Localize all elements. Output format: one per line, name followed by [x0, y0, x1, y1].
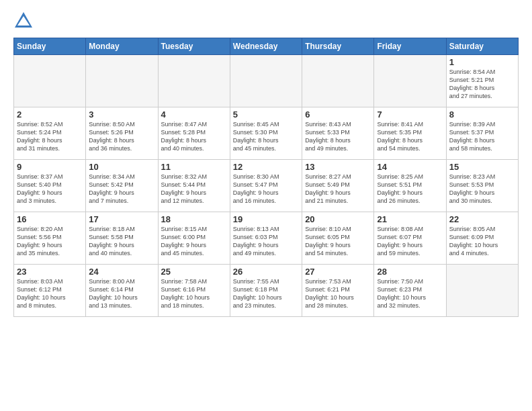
day-info: Sunrise: 8:34 AM Sunset: 5:42 PM Dayligh…	[89, 173, 154, 205]
day-number: 11	[161, 162, 227, 172]
calendar-week-row: 23Sunrise: 8:03 AM Sunset: 6:12 PM Dayli…	[14, 265, 519, 317]
day-number: 25	[161, 267, 227, 277]
calendar-cell: 21Sunrise: 8:08 AM Sunset: 6:07 PM Dayli…	[374, 212, 446, 265]
day-number: 2	[17, 109, 83, 120]
calendar-cell: 14Sunrise: 8:25 AM Sunset: 5:51 PM Dayli…	[374, 160, 446, 212]
day-number: 1	[449, 57, 515, 67]
calendar-cell: 28Sunrise: 7:50 AM Sunset: 6:23 PM Dayli…	[374, 265, 446, 317]
calendar-week-row: 1Sunrise: 8:54 AM Sunset: 5:21 PM Daylig…	[14, 55, 519, 107]
calendar-cell: 1Sunrise: 8:54 AM Sunset: 5:21 PM Daylig…	[446, 55, 518, 107]
calendar-cell	[446, 265, 518, 317]
day-info: Sunrise: 8:13 AM Sunset: 6:03 PM Dayligh…	[233, 225, 299, 258]
day-number: 4	[161, 109, 227, 120]
day-number: 10	[89, 162, 154, 172]
day-number: 20	[305, 214, 371, 224]
day-info: Sunrise: 8:45 AM Sunset: 5:30 PM Dayligh…	[233, 120, 299, 153]
day-info: Sunrise: 8:05 AM Sunset: 6:09 PM Dayligh…	[449, 225, 515, 258]
day-number: 14	[377, 162, 443, 172]
day-info: Sunrise: 8:03 AM Sunset: 6:12 PM Dayligh…	[17, 277, 83, 310]
day-info: Sunrise: 8:30 AM Sunset: 5:47 PM Dayligh…	[233, 173, 299, 205]
calendar-day-header: Tuesday	[158, 38, 230, 55]
day-number: 9	[17, 162, 83, 172]
day-number: 19	[233, 214, 299, 224]
day-number: 22	[449, 214, 515, 224]
calendar-cell: 23Sunrise: 8:03 AM Sunset: 6:12 PM Dayli…	[14, 265, 86, 317]
day-info: Sunrise: 8:25 AM Sunset: 5:51 PM Dayligh…	[377, 173, 443, 205]
calendar-cell	[302, 55, 374, 107]
calendar-cell: 11Sunrise: 8:32 AM Sunset: 5:44 PM Dayli…	[158, 160, 230, 212]
calendar-day-header: Friday	[374, 38, 446, 55]
calendar-cell	[14, 55, 86, 107]
day-info: Sunrise: 7:55 AM Sunset: 6:18 PM Dayligh…	[233, 277, 299, 310]
calendar-cell	[158, 55, 230, 107]
day-info: Sunrise: 7:58 AM Sunset: 6:16 PM Dayligh…	[161, 277, 227, 310]
day-number: 3	[89, 109, 154, 120]
calendar-cell: 15Sunrise: 8:23 AM Sunset: 5:53 PM Dayli…	[446, 160, 518, 212]
calendar-cell: 16Sunrise: 8:20 AM Sunset: 5:56 PM Dayli…	[14, 212, 86, 265]
day-number: 16	[17, 214, 83, 224]
day-info: Sunrise: 8:27 AM Sunset: 5:49 PM Dayligh…	[305, 173, 371, 205]
calendar-header-row: SundayMondayTuesdayWednesdayThursdayFrid…	[14, 38, 519, 55]
calendar-cell: 18Sunrise: 8:15 AM Sunset: 6:00 PM Dayli…	[158, 212, 230, 265]
day-info: Sunrise: 8:43 AM Sunset: 5:33 PM Dayligh…	[305, 120, 371, 153]
day-info: Sunrise: 8:52 AM Sunset: 5:24 PM Dayligh…	[17, 120, 83, 153]
day-info: Sunrise: 8:15 AM Sunset: 6:00 PM Dayligh…	[161, 225, 227, 258]
calendar-cell: 6Sunrise: 8:43 AM Sunset: 5:33 PM Daylig…	[302, 107, 374, 160]
day-info: Sunrise: 8:41 AM Sunset: 5:35 PM Dayligh…	[377, 120, 443, 153]
day-number: 18	[161, 214, 227, 224]
day-number: 5	[233, 109, 299, 120]
calendar-week-row: 16Sunrise: 8:20 AM Sunset: 5:56 PM Dayli…	[14, 212, 519, 265]
day-info: Sunrise: 8:50 AM Sunset: 5:26 PM Dayligh…	[89, 120, 154, 153]
day-number: 7	[377, 109, 443, 120]
calendar-cell: 17Sunrise: 8:18 AM Sunset: 5:58 PM Dayli…	[86, 212, 158, 265]
day-number: 21	[377, 214, 443, 224]
day-info: Sunrise: 8:20 AM Sunset: 5:56 PM Dayligh…	[17, 225, 83, 258]
day-number: 12	[233, 162, 299, 172]
day-info: Sunrise: 8:39 AM Sunset: 5:37 PM Dayligh…	[449, 120, 515, 153]
day-number: 24	[89, 267, 154, 277]
day-info: Sunrise: 8:54 AM Sunset: 5:21 PM Dayligh…	[449, 68, 515, 101]
calendar-cell: 4Sunrise: 8:47 AM Sunset: 5:28 PM Daylig…	[158, 107, 230, 160]
day-info: Sunrise: 8:32 AM Sunset: 5:44 PM Dayligh…	[161, 173, 227, 205]
day-info: Sunrise: 8:37 AM Sunset: 5:40 PM Dayligh…	[17, 173, 83, 205]
calendar-cell: 9Sunrise: 8:37 AM Sunset: 5:40 PM Daylig…	[14, 160, 86, 212]
day-number: 17	[89, 214, 154, 224]
logo-icon	[13, 11, 34, 31]
calendar-day-header: Monday	[86, 38, 158, 55]
calendar-cell	[86, 55, 158, 107]
calendar-cell: 8Sunrise: 8:39 AM Sunset: 5:37 PM Daylig…	[446, 107, 518, 160]
calendar-cell: 25Sunrise: 7:58 AM Sunset: 6:16 PM Dayli…	[158, 265, 230, 317]
day-info: Sunrise: 7:53 AM Sunset: 6:21 PM Dayligh…	[305, 277, 371, 310]
day-info: Sunrise: 8:10 AM Sunset: 6:05 PM Dayligh…	[305, 225, 371, 258]
calendar-cell	[230, 55, 302, 107]
calendar-cell: 5Sunrise: 8:45 AM Sunset: 5:30 PM Daylig…	[230, 107, 302, 160]
day-number: 15	[449, 162, 515, 172]
day-number: 6	[305, 109, 371, 120]
logo	[13, 11, 36, 31]
calendar-week-row: 2Sunrise: 8:52 AM Sunset: 5:24 PM Daylig…	[14, 107, 519, 160]
page: SundayMondayTuesdayWednesdayThursdayFrid…	[0, 0, 532, 411]
day-number: 28	[377, 267, 443, 277]
day-info: Sunrise: 8:47 AM Sunset: 5:28 PM Dayligh…	[161, 120, 227, 153]
calendar-cell: 20Sunrise: 8:10 AM Sunset: 6:05 PM Dayli…	[302, 212, 374, 265]
calendar-cell: 22Sunrise: 8:05 AM Sunset: 6:09 PM Dayli…	[446, 212, 518, 265]
calendar-cell	[374, 55, 446, 107]
calendar-day-header: Wednesday	[230, 38, 302, 55]
calendar-cell: 2Sunrise: 8:52 AM Sunset: 5:24 PM Daylig…	[14, 107, 86, 160]
calendar-cell: 3Sunrise: 8:50 AM Sunset: 5:26 PM Daylig…	[86, 107, 158, 160]
calendar-cell: 12Sunrise: 8:30 AM Sunset: 5:47 PM Dayli…	[230, 160, 302, 212]
day-info: Sunrise: 8:23 AM Sunset: 5:53 PM Dayligh…	[449, 173, 515, 205]
header	[13, 11, 519, 31]
calendar-day-header: Saturday	[446, 38, 518, 55]
day-number: 23	[17, 267, 83, 277]
day-info: Sunrise: 8:00 AM Sunset: 6:14 PM Dayligh…	[89, 277, 154, 310]
day-number: 13	[305, 162, 371, 172]
calendar-day-header: Thursday	[302, 38, 374, 55]
calendar-cell: 27Sunrise: 7:53 AM Sunset: 6:21 PM Dayli…	[302, 265, 374, 317]
calendar-week-row: 9Sunrise: 8:37 AM Sunset: 5:40 PM Daylig…	[14, 160, 519, 212]
day-number: 26	[233, 267, 299, 277]
calendar-day-header: Sunday	[14, 38, 86, 55]
day-info: Sunrise: 7:50 AM Sunset: 6:23 PM Dayligh…	[377, 277, 443, 310]
calendar-cell: 24Sunrise: 8:00 AM Sunset: 6:14 PM Dayli…	[86, 265, 158, 317]
day-info: Sunrise: 8:08 AM Sunset: 6:07 PM Dayligh…	[377, 225, 443, 258]
